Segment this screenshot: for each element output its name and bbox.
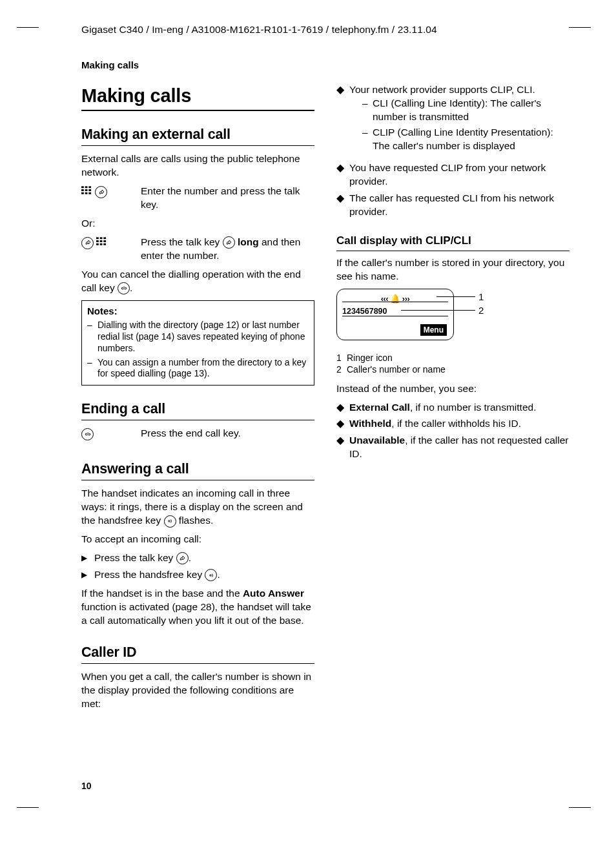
note-item: –You can assign a number from the direct… xyxy=(87,357,309,380)
arrow-list: ▶Press the talk key . ▶Press the handsfr… xyxy=(81,551,314,582)
paragraph: External calls are calls using the publi… xyxy=(81,152,314,180)
svg-rect-0 xyxy=(81,187,84,189)
svg-rect-3 xyxy=(81,189,84,191)
svg-rect-12 xyxy=(96,240,99,242)
text: . xyxy=(189,552,191,563)
label: Withheld xyxy=(349,418,391,429)
handsfree-key-icon xyxy=(164,515,176,528)
instruction-icons xyxy=(81,185,141,212)
keypad-icon xyxy=(96,237,107,246)
svg-rect-4 xyxy=(85,189,88,191)
text: Press the talk key xyxy=(94,552,176,563)
talk-key-icon xyxy=(176,552,189,564)
svg-rect-15 xyxy=(96,243,99,245)
instruction-text: Press the talk key long and then enter t… xyxy=(141,236,314,263)
talk-key-icon xyxy=(223,236,235,249)
svg-point-18 xyxy=(169,520,170,522)
svg-rect-16 xyxy=(100,243,103,245)
paragraph: The handset indicates an incoming call i… xyxy=(81,487,314,528)
svg-rect-17 xyxy=(103,243,106,245)
legend-num: 1 xyxy=(336,352,347,364)
section-header: Making calls xyxy=(81,59,570,72)
text: Press the talk key . xyxy=(94,551,191,565)
diamond-list: ◆External Call, if no number is transmit… xyxy=(336,401,570,462)
callout-line xyxy=(401,310,475,311)
handsfree-key-icon xyxy=(205,569,217,581)
legend-text: Ringer icon xyxy=(347,352,393,364)
instruction-row: Press the end call key. xyxy=(81,427,314,440)
list-item: ◆Withheld, if the caller withholds his I… xyxy=(336,417,570,431)
h2-rule xyxy=(81,480,314,480)
left-column: Making calls Making an external call Ext… xyxy=(81,83,314,715)
list-item: ▶Press the handsfree key . xyxy=(81,568,314,582)
instruction-icons xyxy=(81,236,141,263)
divider xyxy=(342,316,448,316)
paragraph: If the handset is in the base and the Au… xyxy=(81,587,314,628)
paragraph: If the caller's number is stored in your… xyxy=(336,256,570,283)
text: You have requested CLIP from your networ… xyxy=(349,161,570,189)
content-columns: Making calls Making an external call Ext… xyxy=(81,83,570,715)
note-item: –Dialling with the directory (page 12) o… xyxy=(87,320,309,355)
list-item: –CLI (Calling Line Identity): The caller… xyxy=(362,97,570,124)
text: , if the caller withholds his ID. xyxy=(391,418,521,429)
paragraph: To accept an incoming call: xyxy=(81,533,314,546)
heading-ending-call: Ending a call xyxy=(81,400,314,418)
text: flashes. xyxy=(176,515,214,526)
text: Press the talk key xyxy=(141,236,223,247)
auto-answer-label: Auto Answer xyxy=(243,588,304,599)
svg-rect-1 xyxy=(85,187,88,189)
notes-title: Notes: xyxy=(87,305,309,317)
svg-rect-10 xyxy=(100,237,103,239)
header-path: Gigaset C340 / Im-eng / A31008-M1621-R10… xyxy=(81,23,570,37)
legend-num: 2 xyxy=(336,364,347,375)
list-item: ◆You have requested CLIP from your netwo… xyxy=(336,161,570,189)
svg-rect-2 xyxy=(88,187,91,189)
svg-rect-8 xyxy=(88,192,91,194)
crop-mark xyxy=(17,27,39,28)
crop-mark xyxy=(569,27,591,28)
legend-text: Caller's number or name xyxy=(347,364,446,375)
h2-rule xyxy=(81,420,314,420)
legend-row: 2Caller's number or name xyxy=(336,364,570,375)
diamond-list: ◆ Your network provider supports CLIP, C… xyxy=(336,83,570,218)
text: . xyxy=(130,282,132,293)
instruction-text: Enter the number and press the talk key. xyxy=(141,185,314,212)
list-item: ◆External Call, if no number is transmit… xyxy=(336,401,570,415)
ringer-row: ‹‹‹ 🔔 ››› xyxy=(337,293,453,305)
text: Your network provider supports CLIP, CLI… xyxy=(349,84,535,95)
text: You can assign a number from the directo… xyxy=(98,357,309,380)
instruction-row: Press the talk key long and then enter t… xyxy=(81,236,314,263)
list-item: ◆Unavailable, if the caller has not requ… xyxy=(336,434,570,461)
text: Press the handsfree key xyxy=(94,569,205,580)
heading-answering-call: Answering a call xyxy=(81,460,314,479)
text: . xyxy=(217,569,220,580)
h3-rule xyxy=(336,251,570,251)
text: CLI (Calling Line Identity): The caller'… xyxy=(373,97,570,124)
paragraph: Instead of the number, you see: xyxy=(336,382,570,396)
text: CLIP (Calling Line Identity Presentation… xyxy=(373,126,570,153)
heading-caller-id: Caller ID xyxy=(81,643,314,662)
list-item: ▶Press the talk key . xyxy=(81,551,314,565)
h2-rule xyxy=(81,145,314,146)
page: Gigaset C340 / Im-eng / A31008-M1621-R10… xyxy=(0,0,616,844)
page-title: Making calls xyxy=(81,83,314,108)
svg-rect-5 xyxy=(88,189,91,191)
crop-mark xyxy=(569,807,591,808)
end-call-key-icon xyxy=(118,282,130,294)
page-number: 10 xyxy=(81,780,92,792)
instruction-text: Press the end call key. xyxy=(141,427,314,440)
list-item: ◆The caller has requested CLI from his n… xyxy=(336,192,570,219)
keypad-icon xyxy=(81,186,92,195)
paragraph: You can cancel the dialling operation wi… xyxy=(81,268,314,295)
or-label: Or: xyxy=(81,217,314,231)
text: Dialling with the directory (page 12) or… xyxy=(98,320,309,355)
legend-row: 1Ringer icon xyxy=(336,352,570,364)
h2-rule xyxy=(81,663,314,664)
text: function is activated (page 28), the han… xyxy=(81,601,311,626)
text: If the handset is in the base and the xyxy=(81,588,243,599)
instruction-row: Enter the number and press the talk key. xyxy=(81,185,314,212)
label: External Call xyxy=(349,402,410,413)
dash-list: –CLI (Calling Line Identity): The caller… xyxy=(362,97,570,153)
svg-rect-14 xyxy=(103,240,106,242)
svg-rect-11 xyxy=(103,237,106,239)
